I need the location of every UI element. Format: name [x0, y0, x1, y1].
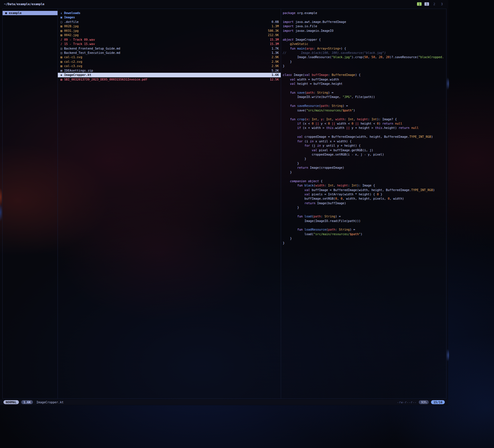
file-name: 0042.jpg	[64, 33, 266, 37]
file-name: cal-c2.svg	[64, 60, 269, 64]
file-name: 0028.jpg	[64, 24, 269, 28]
code-line: }	[283, 170, 446, 174]
file-name: Backend_Test_Execution_Guide.md	[64, 51, 269, 55]
code-line: fun black(width: Int, height: Int): Imag…	[283, 183, 446, 188]
file-row[interactable]: ▢.dotfile0.0B	[58, 20, 281, 24]
image-file-icon: ▨	[60, 29, 64, 33]
code-line: if (x + width > this.width || y + height…	[283, 126, 446, 130]
permissions-text: -rw-r--r--	[397, 400, 416, 404]
image-file-icon: ▨	[60, 60, 64, 64]
file-name: 15 - Track 15.wav	[64, 42, 267, 46]
file-row[interactable]: ♪09 - Track 09.wav15.3M	[58, 38, 281, 42]
file-size: 212.9K	[268, 33, 279, 37]
file-size-badge: 1.6K	[21, 400, 33, 404]
breadcrumb-path: ~/Data/example/example	[4, 2, 44, 6]
code-line	[283, 99, 446, 104]
code-line: }	[283, 157, 446, 161]
code-line: val pixels = IntArray(width * height) { …	[283, 192, 446, 197]
file-name: .dotfile	[64, 20, 269, 24]
code-line	[283, 113, 446, 117]
file-size: 1.7K	[272, 46, 279, 51]
folder-icon: ■	[5, 11, 9, 15]
tab-bar: 1123	[417, 2, 444, 6]
images-folder-icon: ▣	[60, 15, 64, 19]
file-row[interactable]: ▨0028.jpg1.3M	[58, 24, 281, 28]
code-line: buffImage.setRGB(0, 0, width, height, pi…	[283, 197, 446, 201]
file-size: 2.9K	[272, 64, 279, 68]
file-row[interactable]: ▨0031.jpg586.3K	[58, 29, 281, 33]
file-row[interactable]: ◫Backend_Frontend_Setup_Guide.md1.7K	[58, 46, 281, 51]
tab-4[interactable]: 3	[440, 2, 444, 6]
file-name: SBI_0032013739_2023_DE05_0003155631Invoi…	[64, 77, 267, 82]
code-line	[283, 174, 446, 179]
tab-3[interactable]: 2	[432, 2, 436, 6]
file-row[interactable]: ▨0042.jpg212.9K	[58, 33, 281, 37]
file-name: Downloads	[64, 11, 276, 15]
file-size: 12.5K	[270, 77, 279, 82]
code-line: companion object {	[283, 179, 446, 183]
file-icon: ▢	[60, 20, 64, 24]
code-line: Image.loadResource("black.jpg").crop(50,…	[283, 55, 446, 59]
code-line: @JvmStatic	[283, 42, 446, 46]
code-line: import javax.imageio.ImageIO	[283, 29, 446, 33]
markdown-file-icon: ◫	[60, 46, 64, 51]
tab-1[interactable]: 1	[417, 2, 422, 6]
mode-badge: NORMAL	[3, 400, 19, 404]
parent-dir-item[interactable]: ■example	[3, 11, 58, 15]
file-row[interactable]: ↓Downloads	[58, 11, 281, 15]
code-line: return Image(croppedImage)	[283, 166, 446, 170]
tab-2[interactable]: 1	[424, 2, 429, 6]
file-row[interactable]: ♪15 - Track 15.wav15.3M	[58, 42, 281, 46]
file-row[interactable]: ▨cal-c3.svg2.9K	[58, 64, 281, 68]
file-manager-panels: ■example ↓Downloads▣Images▢.dotfile0.0B▨…	[2, 9, 446, 399]
file-size: 15.3M	[270, 38, 279, 42]
code-line	[283, 130, 446, 135]
file-row[interactable]: ▨cal-c1.svg2.9K	[58, 55, 281, 59]
markdown-file-icon: ◫	[60, 51, 64, 55]
code-line: import java.io.File	[283, 24, 446, 28]
downloads-folder-icon: ↓	[60, 11, 64, 15]
preview-panel code-preview-panel[interactable]: package org.example import java.awt.imag…	[281, 9, 446, 398]
code-line: fun main(args: Array<String>) {	[283, 46, 446, 51]
code-line: }	[283, 241, 446, 245]
file-size: 5.2K	[272, 68, 279, 73]
code-line	[283, 15, 446, 19]
file-row[interactable]: ◫Backend_Test_Execution_Guide.md1.3K	[58, 51, 281, 55]
code-line: val croppedImage = BufferedImage(width, …	[283, 135, 446, 139]
code-line: import java.awt.image.BufferedImage	[283, 20, 446, 24]
code-line	[283, 223, 446, 227]
code-line: fun saveResource(path: String) =	[283, 104, 446, 108]
image-file-icon: ▨	[60, 64, 64, 68]
code-line: }	[283, 205, 446, 210]
file-size: 15.3M	[270, 42, 279, 46]
file-panel[interactable]: ↓Downloads▣Images▢.dotfile0.0B▨0028.jpg1…	[58, 9, 281, 398]
file-row[interactable]: ▨cal-c2.svg2.9K	[58, 60, 281, 64]
code-line: val buffImage = BufferedImage(width, hei…	[283, 188, 446, 192]
code-line: for (i in x until x + width) {	[283, 139, 446, 144]
code-line: val width = buffImage.width	[283, 77, 446, 82]
code-line: for (j in y until y + height) {	[283, 144, 446, 148]
file-size: 1.3M	[272, 24, 279, 28]
file-row[interactable]: ◆ImageCropper.kt1.6K	[58, 73, 281, 77]
zip-file-icon: ▤	[60, 68, 64, 73]
file-row[interactable]: ▣Images	[58, 15, 281, 19]
code-line: }	[283, 60, 446, 64]
file-name: 0031.jpg	[64, 29, 266, 33]
code-line: fun crop(x: Int, y: Int, width: Int, hei…	[283, 117, 446, 121]
code-line: if (x < 0 || y < 0 || width < 0 || heigh…	[283, 121, 446, 126]
scroll-percent-badge: 93%	[419, 400, 429, 404]
code-line	[283, 33, 446, 37]
parent-panel[interactable]: ■example	[3, 9, 58, 398]
code-line: package org.example	[283, 11, 446, 15]
image-file-icon: ▨	[60, 55, 64, 59]
code-line: }	[283, 64, 446, 68]
file-row[interactable]: ▧SBI_0032013739_2023_DE05_0003155631Invo…	[58, 77, 281, 82]
code-line: fun loadResource(path: String) =	[283, 227, 446, 232]
code-line: fun save(path: String) =	[283, 91, 446, 95]
file-row[interactable]: ▤IDEAsettings.zip5.2K	[58, 68, 281, 73]
code-line	[283, 68, 446, 73]
pdf-file-icon: ▧	[60, 77, 64, 82]
status-bar: NORMAL 1.6K ImageCropper.kt -rw-r--r-- 9…	[0, 400, 448, 405]
image-file-icon: ▨	[60, 24, 64, 28]
file-size: 0.0B	[272, 20, 279, 24]
